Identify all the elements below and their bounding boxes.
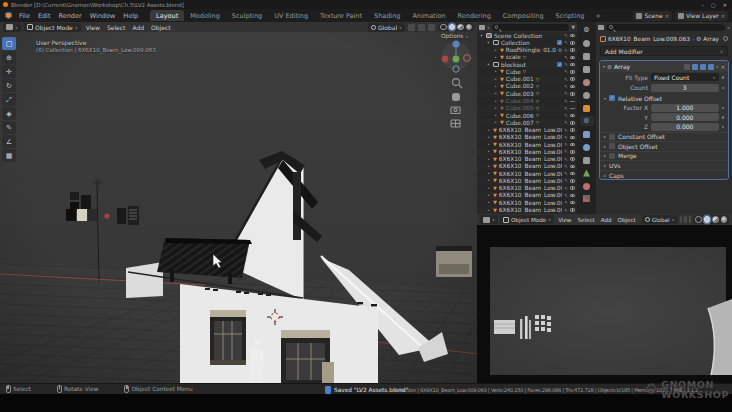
shading-material-icon[interactable]: [712, 216, 719, 223]
outliner-row[interactable]: •▼6X6X10_Beam_Low.009.↖: [477, 177, 577, 184]
factor-field[interactable]: 0.000: [651, 123, 719, 131]
tool-rotate[interactable]: ↻: [2, 79, 16, 92]
tab-scripting[interactable]: Scripting: [550, 10, 591, 21]
outliner-row[interactable]: •▼Cube▽↖: [477, 68, 577, 75]
expand-icon[interactable]: ▾: [603, 64, 605, 69]
selectable-icon[interactable]: ↖: [564, 128, 568, 133]
properties-tab-physics[interactable]: [580, 142, 594, 152]
selectable-icon[interactable]: ↖: [564, 33, 568, 38]
view-layer-remove-icon[interactable]: ✕: [721, 13, 725, 19]
shading-rendered-icon[interactable]: [721, 216, 728, 223]
outliner-row[interactable]: •▼6X6X10_Beam_Low.009.↖: [477, 206, 577, 213]
viewport-menu-object[interactable]: Object: [616, 217, 638, 223]
tab-compositing[interactable]: Compositing: [497, 10, 550, 21]
menu-help[interactable]: Help: [119, 12, 142, 20]
viewport-3d-main[interactable]: [0, 32, 477, 383]
tool-cursor[interactable]: ⊕: [2, 51, 16, 64]
visibility-eye-icon[interactable]: [570, 34, 575, 38]
relative-offset-checkbox[interactable]: ✓: [609, 95, 615, 101]
tab-sculpting[interactable]: Sculpting: [226, 10, 268, 21]
outliner-row[interactable]: •▼scale▽↖: [477, 54, 577, 61]
visibility-eye-icon[interactable]: [570, 157, 575, 161]
modifier-panel-header[interactable]: ▾ ⚙ Array ∨ ✕: [600, 61, 728, 72]
selectable-icon[interactable]: ↖: [564, 40, 568, 45]
outliner-row[interactable]: •▼6X6X10_Beam_Low.009.↖: [477, 170, 577, 177]
properties-tab-object-data[interactable]: [580, 168, 594, 178]
selectable-icon[interactable]: ↖: [564, 69, 568, 74]
selectable-icon[interactable]: ↖: [564, 208, 568, 213]
shading-wireframe-icon[interactable]: [440, 24, 447, 31]
selectable-icon[interactable]: ↖: [564, 164, 568, 169]
pivot-icon[interactable]: [408, 24, 415, 31]
visibility-eye-icon[interactable]: [570, 136, 575, 140]
visibility-eye-icon[interactable]: [570, 172, 575, 176]
editor-type-button[interactable]: ∨: [3, 23, 21, 32]
outliner-row[interactable]: •▼6X6X10_Beam_Low.009.↖: [477, 148, 577, 155]
editor-type-button[interactable]: ∨: [480, 215, 498, 224]
factor-field[interactable]: 0.000: [651, 113, 719, 121]
selectable-icon[interactable]: ↖: [564, 91, 568, 96]
visibility-eye-icon[interactable]: [570, 201, 575, 205]
viewport-menu-select[interactable]: Select: [575, 217, 596, 223]
tab-texture-paint[interactable]: Texture Paint: [314, 10, 368, 21]
menu-edit[interactable]: Edit: [34, 12, 55, 20]
maximize-button[interactable]: ▢: [711, 2, 716, 8]
scene-selector[interactable]: Scene ✕: [633, 11, 672, 21]
relative-offset-header[interactable]: ▾ ✓ Relative Offset: [600, 93, 728, 103]
outliner-row[interactable]: •▼6X6X10_Beam_Low.009.↖: [477, 134, 577, 141]
visibility-eye-icon[interactable]: [570, 85, 575, 89]
snap-magnet-icon[interactable]: [684, 216, 687, 223]
extras-dropdown-icon[interactable]: ∨: [716, 64, 719, 69]
selectable-icon[interactable]: ↖: [564, 171, 568, 176]
outliner-editor-icon[interactable]: [479, 25, 485, 30]
properties-tab-view-layer[interactable]: [580, 64, 594, 74]
visibility-eye-icon[interactable]: [570, 56, 575, 60]
properties-editor-icon[interactable]: [598, 25, 604, 30]
outliner-row[interactable]: ▾blockout✓↖: [477, 61, 577, 68]
selectable-icon[interactable]: ↖: [564, 178, 568, 183]
selectable-icon[interactable]: ↖: [564, 48, 568, 53]
tab-rendering[interactable]: Rendering: [452, 10, 497, 21]
orientation-select[interactable]: Global∨: [368, 23, 405, 32]
view-layer-selector[interactable]: View Layer ✕: [675, 11, 728, 21]
properties-tab-constraints[interactable]: [580, 155, 594, 165]
proportional-edit-icon[interactable]: [428, 24, 435, 31]
viewport-camera[interactable]: [477, 225, 732, 383]
count-field[interactable]: 3: [651, 84, 719, 92]
options-dropdown[interactable]: Options ∨: [441, 33, 468, 39]
outliner-row[interactable]: •▼6X6X10_Beam_Low.009.↖: [477, 141, 577, 148]
outliner-row[interactable]: •▼6X6X10_Beam_Low.009.↖: [477, 199, 577, 206]
properties-search-input[interactable]: [606, 24, 725, 31]
properties-tab-texture[interactable]: [580, 194, 594, 204]
viewport-menu-select[interactable]: Select: [105, 24, 128, 31]
selectable-icon[interactable]: ↖: [564, 106, 568, 111]
section-merge[interactable]: ▸Merge: [600, 151, 728, 161]
visibility-eye-icon[interactable]: [570, 108, 575, 109]
snap-magnet-icon[interactable]: [418, 24, 425, 31]
outliner-row[interactable]: •▼Cube.005▽↖: [477, 105, 577, 112]
outliner-row[interactable]: •▼6X6X10_Beam_Low.009.↖: [477, 192, 577, 199]
properties-tab-output[interactable]: [580, 51, 594, 61]
selectable-icon[interactable]: ↖: [564, 149, 568, 154]
tool-measure[interactable]: ∠: [2, 135, 16, 148]
selectable-icon[interactable]: ↖: [564, 84, 568, 89]
visibility-eye-icon[interactable]: [570, 208, 575, 212]
viewport-menu-add[interactable]: Add: [599, 217, 614, 223]
shading-solid-icon[interactable]: [704, 216, 711, 223]
filter-icon[interactable]: ▼: [571, 24, 575, 30]
viewport-menu-add[interactable]: Add: [130, 24, 146, 31]
selectable-icon[interactable]: ↖: [564, 142, 568, 147]
visibility-eye-icon[interactable]: [570, 121, 575, 125]
properties-tab-render[interactable]: [580, 38, 594, 48]
tab-modeling[interactable]: Modeling: [184, 10, 226, 21]
visibility-eye-icon[interactable]: [570, 48, 575, 52]
modifier-name[interactable]: Array: [614, 63, 682, 70]
tool-select-box[interactable]: ▢: [2, 37, 16, 50]
pivot-icon[interactable]: [680, 216, 683, 223]
selectable-icon[interactable]: ↖: [564, 99, 568, 104]
menu-file[interactable]: File: [15, 12, 34, 20]
selectable-icon[interactable]: ↖: [564, 62, 568, 67]
visibility-eye-icon[interactable]: [570, 186, 575, 190]
outliner-row[interactable]: •▼RoofShingle_01.0⚙↖: [477, 47, 577, 54]
shading-rendered-icon[interactable]: [466, 24, 473, 31]
